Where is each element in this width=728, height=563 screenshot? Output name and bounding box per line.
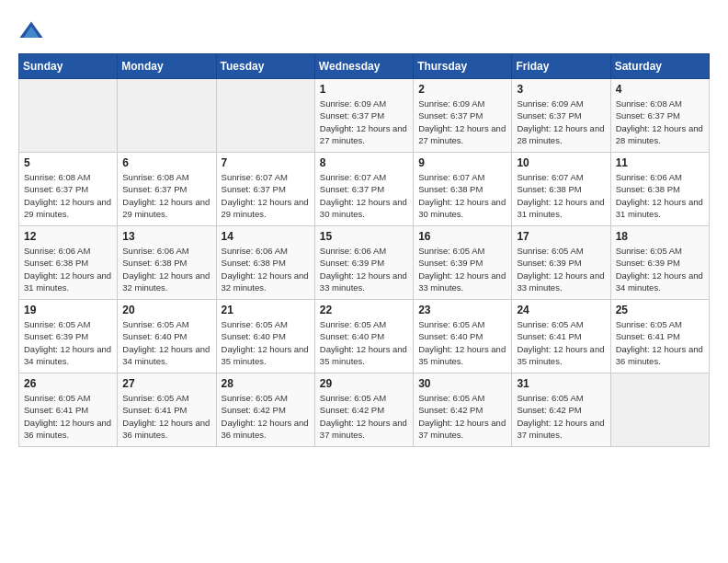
calendar-week-row: 5Sunrise: 6:08 AMSunset: 6:37 PMDaylight… <box>19 153 710 226</box>
calendar-week-row: 12Sunrise: 6:06 AMSunset: 6:38 PMDayligh… <box>19 226 710 300</box>
calendar-cell: 9Sunrise: 6:07 AMSunset: 6:38 PMDaylight… <box>414 153 512 226</box>
day-info: Sunrise: 6:05 AMSunset: 6:42 PMDaylight:… <box>418 392 506 441</box>
day-number: 3 <box>517 83 605 96</box>
calendar-cell: 19Sunrise: 6:05 AMSunset: 6:39 PMDayligh… <box>19 300 118 373</box>
day-number: 14 <box>222 230 310 243</box>
day-info: Sunrise: 6:07 AMSunset: 6:37 PMDaylight:… <box>320 171 408 220</box>
day-info: Sunrise: 6:05 AMSunset: 6:39 PMDaylight:… <box>616 245 704 293</box>
calendar-cell: 3Sunrise: 6:09 AMSunset: 6:37 PMDaylight… <box>512 79 610 153</box>
day-number: 27 <box>122 377 210 390</box>
calendar-cell: 13Sunrise: 6:06 AMSunset: 6:38 PMDayligh… <box>118 226 216 300</box>
day-info: Sunrise: 6:05 AMSunset: 6:42 PMDaylight:… <box>320 392 408 441</box>
calendar-cell: 28Sunrise: 6:05 AMSunset: 6:42 PMDayligh… <box>216 373 314 447</box>
day-info: Sunrise: 6:05 AMSunset: 6:42 PMDaylight:… <box>222 392 310 441</box>
day-info: Sunrise: 6:07 AMSunset: 6:38 PMDaylight:… <box>418 171 506 220</box>
day-number: 26 <box>24 377 112 390</box>
day-number: 22 <box>320 304 408 316</box>
day-number: 25 <box>616 304 704 316</box>
calendar-cell: 17Sunrise: 6:05 AMSunset: 6:39 PMDayligh… <box>512 226 610 300</box>
weekday-header: Sunday <box>19 54 118 79</box>
calendar-cell <box>610 373 709 447</box>
day-number: 19 <box>24 304 112 316</box>
calendar-cell: 22Sunrise: 6:05 AMSunset: 6:40 PMDayligh… <box>314 300 413 373</box>
day-number: 15 <box>320 230 408 243</box>
calendar-week-row: 26Sunrise: 6:05 AMSunset: 6:41 PMDayligh… <box>19 373 710 447</box>
calendar-week-row: 19Sunrise: 6:05 AMSunset: 6:39 PMDayligh… <box>19 300 710 373</box>
day-info: Sunrise: 6:08 AMSunset: 6:37 PMDaylight:… <box>616 98 704 146</box>
day-number: 6 <box>122 156 210 169</box>
weekday-header: Saturday <box>610 54 709 79</box>
day-info: Sunrise: 6:05 AMSunset: 6:40 PMDaylight:… <box>122 318 210 367</box>
day-info: Sunrise: 6:05 AMSunset: 6:42 PMDaylight:… <box>517 392 605 441</box>
day-info: Sunrise: 6:09 AMSunset: 6:37 PMDaylight:… <box>418 98 506 146</box>
page-header <box>18 18 710 44</box>
calendar-cell: 30Sunrise: 6:05 AMSunset: 6:42 PMDayligh… <box>414 373 512 447</box>
calendar-cell: 12Sunrise: 6:06 AMSunset: 6:38 PMDayligh… <box>19 226 118 300</box>
day-number: 24 <box>517 304 605 316</box>
day-number: 8 <box>320 156 408 169</box>
day-info: Sunrise: 6:07 AMSunset: 6:37 PMDaylight:… <box>222 171 310 220</box>
day-info: Sunrise: 6:08 AMSunset: 6:37 PMDaylight:… <box>122 171 210 220</box>
day-info: Sunrise: 6:05 AMSunset: 6:40 PMDaylight:… <box>222 318 310 367</box>
calendar-cell <box>19 79 118 153</box>
day-info: Sunrise: 6:05 AMSunset: 6:40 PMDaylight:… <box>418 318 506 367</box>
day-number: 1 <box>320 83 408 96</box>
calendar-cell <box>118 79 216 153</box>
day-number: 28 <box>222 377 310 390</box>
day-info: Sunrise: 6:05 AMSunset: 6:41 PMDaylight:… <box>24 392 112 441</box>
weekday-header: Thursday <box>414 54 512 79</box>
calendar-cell: 18Sunrise: 6:05 AMSunset: 6:39 PMDayligh… <box>610 226 709 300</box>
calendar-cell: 10Sunrise: 6:07 AMSunset: 6:38 PMDayligh… <box>512 153 610 226</box>
calendar-table: SundayMondayTuesdayWednesdayThursdayFrid… <box>18 53 710 447</box>
day-info: Sunrise: 6:05 AMSunset: 6:39 PMDaylight:… <box>418 245 506 293</box>
day-info: Sunrise: 6:05 AMSunset: 6:41 PMDaylight:… <box>616 318 704 367</box>
day-number: 9 <box>418 156 506 169</box>
calendar-cell: 21Sunrise: 6:05 AMSunset: 6:40 PMDayligh… <box>216 300 314 373</box>
calendar-cell: 27Sunrise: 6:05 AMSunset: 6:41 PMDayligh… <box>118 373 216 447</box>
calendar-cell: 25Sunrise: 6:05 AMSunset: 6:41 PMDayligh… <box>610 300 709 373</box>
calendar-cell <box>216 79 314 153</box>
calendar-cell: 26Sunrise: 6:05 AMSunset: 6:41 PMDayligh… <box>19 373 118 447</box>
calendar-cell: 29Sunrise: 6:05 AMSunset: 6:42 PMDayligh… <box>314 373 413 447</box>
day-number: 13 <box>122 230 210 243</box>
calendar-header: SundayMondayTuesdayWednesdayThursdayFrid… <box>19 54 710 79</box>
day-number: 4 <box>616 83 704 96</box>
day-number: 31 <box>517 377 605 390</box>
weekday-row: SundayMondayTuesdayWednesdayThursdayFrid… <box>19 54 710 79</box>
calendar-week-row: 1Sunrise: 6:09 AMSunset: 6:37 PMDaylight… <box>19 79 710 153</box>
calendar-cell: 15Sunrise: 6:06 AMSunset: 6:39 PMDayligh… <box>314 226 413 300</box>
day-number: 11 <box>616 156 704 169</box>
day-number: 29 <box>320 377 408 390</box>
day-number: 20 <box>122 304 210 316</box>
logo <box>18 18 50 44</box>
day-info: Sunrise: 6:05 AMSunset: 6:41 PMDaylight:… <box>517 318 605 367</box>
day-number: 7 <box>222 156 310 169</box>
day-info: Sunrise: 6:08 AMSunset: 6:37 PMDaylight:… <box>24 171 112 220</box>
day-number: 10 <box>517 156 605 169</box>
calendar-cell: 20Sunrise: 6:05 AMSunset: 6:40 PMDayligh… <box>118 300 216 373</box>
weekday-header: Monday <box>118 54 216 79</box>
calendar-cell: 7Sunrise: 6:07 AMSunset: 6:37 PMDaylight… <box>216 153 314 226</box>
day-number: 30 <box>418 377 506 390</box>
calendar-cell: 16Sunrise: 6:05 AMSunset: 6:39 PMDayligh… <box>414 226 512 300</box>
day-info: Sunrise: 6:05 AMSunset: 6:39 PMDaylight:… <box>24 318 112 367</box>
calendar-cell: 1Sunrise: 6:09 AMSunset: 6:37 PMDaylight… <box>314 79 413 153</box>
day-info: Sunrise: 6:06 AMSunset: 6:38 PMDaylight:… <box>122 245 210 293</box>
calendar-cell: 6Sunrise: 6:08 AMSunset: 6:37 PMDaylight… <box>118 153 216 226</box>
day-info: Sunrise: 6:05 AMSunset: 6:41 PMDaylight:… <box>122 392 210 441</box>
calendar-body: 1Sunrise: 6:09 AMSunset: 6:37 PMDaylight… <box>19 79 710 447</box>
day-info: Sunrise: 6:06 AMSunset: 6:38 PMDaylight:… <box>616 171 704 220</box>
day-info: Sunrise: 6:06 AMSunset: 6:38 PMDaylight:… <box>24 245 112 293</box>
day-number: 21 <box>222 304 310 316</box>
weekday-header: Tuesday <box>216 54 314 79</box>
calendar-cell: 5Sunrise: 6:08 AMSunset: 6:37 PMDaylight… <box>19 153 118 226</box>
weekday-header: Friday <box>512 54 610 79</box>
weekday-header: Wednesday <box>314 54 413 79</box>
day-info: Sunrise: 6:07 AMSunset: 6:38 PMDaylight:… <box>517 171 605 220</box>
calendar-cell: 14Sunrise: 6:06 AMSunset: 6:38 PMDayligh… <box>216 226 314 300</box>
day-info: Sunrise: 6:05 AMSunset: 6:39 PMDaylight:… <box>517 245 605 293</box>
day-info: Sunrise: 6:06 AMSunset: 6:39 PMDaylight:… <box>320 245 408 293</box>
day-number: 17 <box>517 230 605 243</box>
calendar-cell: 4Sunrise: 6:08 AMSunset: 6:37 PMDaylight… <box>610 79 709 153</box>
day-number: 23 <box>418 304 506 316</box>
